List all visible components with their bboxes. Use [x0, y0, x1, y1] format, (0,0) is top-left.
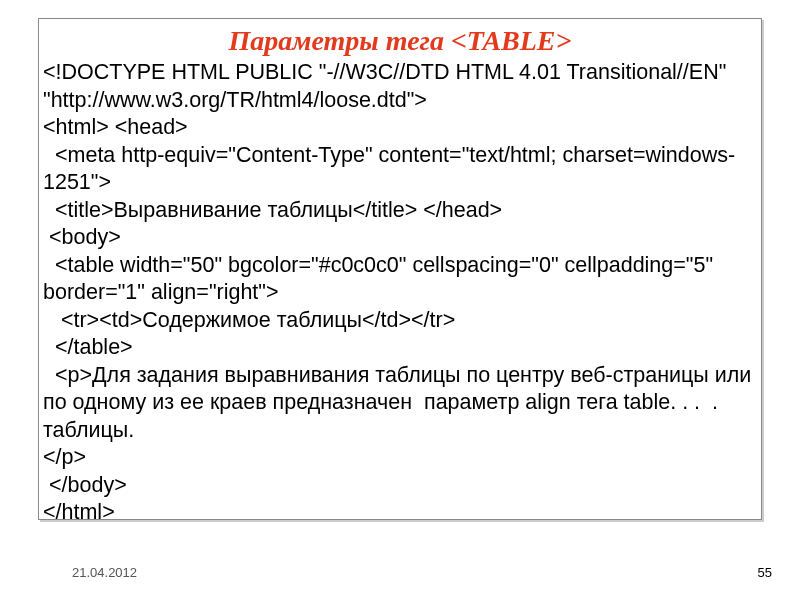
- code-block: <!DOCTYPE HTML PUBLIC "-//W3C//DTD HTML …: [39, 59, 761, 527]
- slide: Параметры тега <TABLE> <!DOCTYPE HTML PU…: [0, 0, 800, 600]
- page-number: 55: [758, 565, 772, 580]
- footer-date: 21.04.2012: [72, 565, 137, 580]
- content-box: Параметры тега <TABLE> <!DOCTYPE HTML PU…: [38, 18, 762, 520]
- slide-title: Параметры тега <TABLE>: [39, 19, 761, 59]
